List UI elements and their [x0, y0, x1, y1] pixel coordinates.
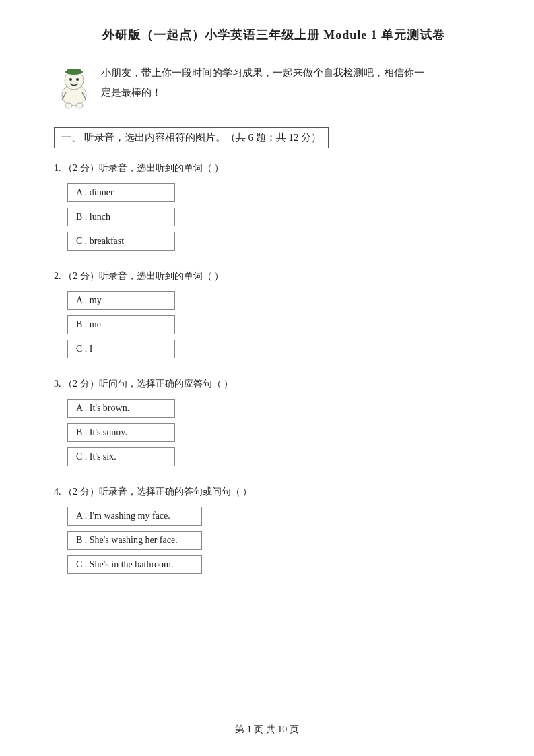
question-3: 3. （2 分）听问句，选择正确的应答句（ ） A . It's brown. …: [54, 376, 494, 472]
page-title: 外研版（一起点）小学英语三年级上册 Module 1 单元测试卷: [54, 27, 494, 43]
question-1: 1. （2 分）听录音，选出听到的单词（ ） A . dinner B . lu…: [54, 160, 494, 256]
question-4-title: 4. （2 分）听录音，选择正确的答句或问句（ ）: [54, 484, 494, 500]
q3-number: 3.: [54, 379, 61, 389]
q2-number: 2.: [54, 271, 61, 281]
mascot-icon: [54, 67, 94, 111]
q4-option-b[interactable]: B . She's washing her face.: [67, 531, 202, 550]
q1-number: 1.: [54, 163, 61, 173]
q1-option-a[interactable]: A . dinner: [67, 183, 175, 202]
q4-instruction: （2 分）听录音，选择正确的答句或问句（ ）: [63, 486, 252, 497]
svg-point-4: [69, 78, 72, 81]
q4-option-c[interactable]: C . She's in the bathroom.: [67, 555, 202, 574]
q1-options: A . dinner B . lunch C . breakfast: [67, 183, 494, 256]
q1-instruction: （2 分）听录音，选出听到的单词（ ）: [63, 163, 224, 173]
q2-options: A . my B . me C . I: [67, 291, 494, 364]
q3-option-a[interactable]: A . It's brown.: [67, 399, 175, 418]
question-2-title: 2. （2 分）听录音，选出听到的单词（ ）: [54, 268, 494, 284]
q3-instruction: （2 分）听问句，选择正确的应答句（ ）: [63, 379, 233, 389]
q2-option-a[interactable]: A . my: [67, 291, 175, 310]
section1-header: 一、 听录音，选出内容相符的图片。（共 6 题；共 12 分）: [54, 127, 329, 148]
svg-point-7: [76, 103, 83, 108]
q2-option-c[interactable]: C . I: [67, 340, 175, 358]
q3-option-c[interactable]: C . It's six.: [67, 447, 175, 466]
section1: 一、 听录音，选出内容相符的图片。（共 6 题；共 12 分） 1. （2 分）…: [54, 127, 494, 579]
page-footer: 第 1 页 共 10 页: [0, 724, 534, 736]
intro-text: 小朋友，带上你一段时间的学习成果，一起来做个自我检测吧，相信你一 定是最棒的！: [101, 63, 424, 102]
intro-line2: 定是最棒的！: [101, 83, 424, 102]
q3-option-b[interactable]: B . It's sunny.: [67, 423, 175, 442]
intro-section: 小朋友，带上你一段时间的学习成果，一起来做个自我检测吧，相信你一 定是最棒的！: [54, 63, 494, 111]
q1-option-b[interactable]: B . lunch: [67, 208, 175, 226]
question-1-title: 1. （2 分）听录音，选出听到的单词（ ）: [54, 160, 494, 177]
svg-point-6: [65, 103, 72, 108]
svg-point-5: [76, 78, 79, 81]
q4-number: 4.: [54, 486, 61, 497]
intro-line1: 小朋友，带上你一段时间的学习成果，一起来做个自我检测吧，相信你一: [101, 63, 424, 83]
q4-option-a[interactable]: A . I'm washing my face.: [67, 507, 202, 526]
q2-instruction: （2 分）听录音，选出听到的单词（ ）: [63, 271, 224, 281]
question-2: 2. （2 分）听录音，选出听到的单词（ ） A . my B . me C .…: [54, 268, 494, 364]
q3-options: A . It's brown. B . It's sunny. C . It's…: [67, 399, 494, 472]
q1-option-c[interactable]: C . breakfast: [67, 232, 175, 251]
question-4: 4. （2 分）听录音，选择正确的答句或问句（ ） A . I'm washin…: [54, 484, 494, 579]
q2-option-b[interactable]: B . me: [67, 315, 175, 334]
svg-rect-3: [67, 69, 81, 73]
q4-options: A . I'm washing my face. B . She's washi…: [67, 507, 494, 579]
question-3-title: 3. （2 分）听问句，选择正确的应答句（ ）: [54, 376, 494, 392]
